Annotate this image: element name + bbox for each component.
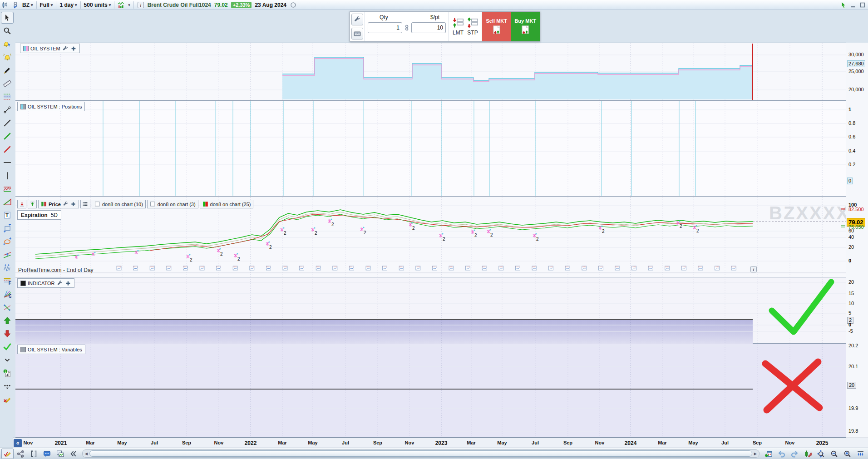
range-dropdown[interactable]: Full▾ xyxy=(40,2,53,8)
buy-mkt-button[interactable]: Buy MKT xyxy=(511,12,540,41)
check-mark-tool[interactable] xyxy=(1,341,14,353)
zoom-tool[interactable] xyxy=(1,25,14,37)
alert-pointer-tool[interactable] xyxy=(1,38,14,50)
channel-tool[interactable] xyxy=(1,249,14,261)
wrench-icon[interactable] xyxy=(62,45,69,52)
fibonacci-tool[interactable]: F xyxy=(1,275,14,287)
add-icon[interactable] xyxy=(70,45,77,52)
windows-button[interactable] xyxy=(54,449,66,459)
session-status-icon xyxy=(290,1,297,9)
price-label-group[interactable]: Price xyxy=(38,200,79,208)
goto-date-button[interactable] xyxy=(762,449,774,459)
edit-drawings-button[interactable] xyxy=(1,449,14,459)
arrow-up-tool[interactable] xyxy=(1,315,14,326)
scroll-right-button[interactable]: ▶ xyxy=(752,452,759,456)
cross-lines-tool[interactable] xyxy=(1,301,14,313)
info-icon[interactable]: i xyxy=(137,1,144,9)
positions-panel-label[interactable]: OIL SYSTEM : Positions xyxy=(17,102,85,111)
order-ticket-icon xyxy=(492,25,502,35)
scroll-left-button[interactable]: ◀ xyxy=(83,452,89,456)
gann-fan-tool[interactable]: G xyxy=(1,288,14,300)
undo-button[interactable] xyxy=(775,449,788,459)
order-keyboard-button[interactable] xyxy=(351,28,363,39)
link-fields-icon[interactable] xyxy=(403,24,410,31)
add-icon[interactable] xyxy=(65,280,71,286)
trendline-tool[interactable] xyxy=(1,117,14,129)
collapse-panels-button[interactable] xyxy=(854,449,867,459)
expiration-marker-icon xyxy=(300,266,304,270)
chart-canvas[interactable]: 2222222222222222 xyxy=(0,0,868,459)
segment-tool[interactable] xyxy=(1,104,14,116)
panel-grow-button[interactable] xyxy=(28,200,37,208)
chevron-down-icon[interactable]: ▾ xyxy=(128,3,130,7)
maximize-icon[interactable] xyxy=(859,1,866,9)
axis-label: 0.8 xyxy=(848,120,855,126)
stp-order-button[interactable]: STP xyxy=(467,17,478,36)
orders-document-button[interactable]: 1 xyxy=(1,367,14,379)
system-panel-label[interactable]: OIL SYSTEM xyxy=(20,44,80,53)
series-swatch-icon xyxy=(20,104,26,109)
indicator-panel-label[interactable]: INDICATOR xyxy=(17,278,74,288)
price-axis[interactable]: 30,00027,68025,00020,00010.80.60.40.2010… xyxy=(846,43,868,438)
symbol-dropdown[interactable]: BZ▾ xyxy=(22,2,33,8)
indicator-toggle[interactable]: don8 on chart (3) xyxy=(147,200,198,208)
chart-style-icon[interactable] xyxy=(118,1,125,9)
arrow-down-tool[interactable] xyxy=(1,328,14,340)
redo-button[interactable] xyxy=(789,449,801,459)
minimize-icon[interactable] xyxy=(849,1,857,9)
measure-tool[interactable] xyxy=(1,78,14,89)
text-tool[interactable]: T xyxy=(1,209,14,221)
units-dropdown[interactable]: 500 units▾ xyxy=(84,2,111,8)
pointer-mode-icon[interactable] xyxy=(840,1,847,9)
alarm-tool[interactable] xyxy=(1,51,14,63)
expiration-tag[interactable]: Expiration5D xyxy=(17,210,61,220)
indicator-toggle[interactable]: don8 on chart (25) xyxy=(200,200,254,208)
qty-input[interactable] xyxy=(368,22,402,33)
svg-text:i: i xyxy=(753,267,755,272)
pointer-tool[interactable] xyxy=(1,12,14,24)
erase-drawings-button[interactable] xyxy=(1,394,14,405)
link-instrument-icon[interactable] xyxy=(12,1,19,9)
draw-pencil-tool[interactable] xyxy=(1,64,14,76)
rectangle-tool[interactable] xyxy=(1,222,14,234)
order-settings-button[interactable] xyxy=(351,14,363,25)
more-tools-chevron[interactable] xyxy=(1,354,14,366)
per-point-input[interactable] xyxy=(411,22,446,33)
variables-panel-label[interactable]: OIL SYSTEM : Variables xyxy=(17,345,85,354)
indicator-toggle[interactable]: don8 on chart (10) xyxy=(92,200,146,208)
timeframe-dropdown[interactable]: 1 day▾ xyxy=(59,2,77,8)
zoom-in-button[interactable] xyxy=(841,449,853,459)
share-button[interactable] xyxy=(15,449,27,459)
chart-settings-button[interactable] xyxy=(802,449,814,459)
lmt-order-button[interactable]: LMT xyxy=(453,17,464,36)
triangle-pattern-tool[interactable] xyxy=(1,196,14,208)
sell-mkt-button[interactable]: Sell MKT xyxy=(482,12,511,41)
time-axis[interactable]: « Nov2021MarMayJulSepNov2022MarMayJulSep… xyxy=(13,438,868,448)
brackets-button[interactable] xyxy=(28,449,40,459)
panel-shrink-button[interactable] xyxy=(17,200,26,208)
ellipse-tool[interactable] xyxy=(1,236,14,247)
expiration-info-icon[interactable]: i xyxy=(750,266,757,272)
collapse-left-button[interactable] xyxy=(67,449,79,459)
comments-button[interactable] xyxy=(41,449,53,459)
vertical-line-tool[interactable] xyxy=(1,170,14,182)
elliott-wave-tool[interactable] xyxy=(1,262,14,274)
collapse-corner-button[interactable]: « xyxy=(14,439,22,447)
expiration-marker-icon xyxy=(333,266,337,270)
indicator-list-button[interactable] xyxy=(80,200,90,208)
pattern-zone-tool[interactable] xyxy=(1,91,14,103)
change-badge: +2.33% xyxy=(231,2,252,8)
horizontal-line-tool[interactable] xyxy=(1,157,14,168)
support-line-tool[interactable] xyxy=(1,130,14,142)
horizontal-scrollbar[interactable]: ◀ ▶ xyxy=(82,449,760,458)
resistance-line-tool[interactable] xyxy=(1,143,14,155)
time-axis-label: 2025 xyxy=(816,440,829,446)
scrollbar-thumb[interactable] xyxy=(89,450,752,457)
zoom-out-button[interactable] xyxy=(828,449,840,459)
zigzag-pattern-tool[interactable] xyxy=(1,183,14,195)
wrench-icon[interactable] xyxy=(57,280,63,286)
time-axis-label: May xyxy=(308,440,317,445)
limit-order-icon xyxy=(453,17,464,28)
more-options-button[interactable] xyxy=(1,380,14,392)
zoom-fit-button[interactable] xyxy=(815,449,827,459)
